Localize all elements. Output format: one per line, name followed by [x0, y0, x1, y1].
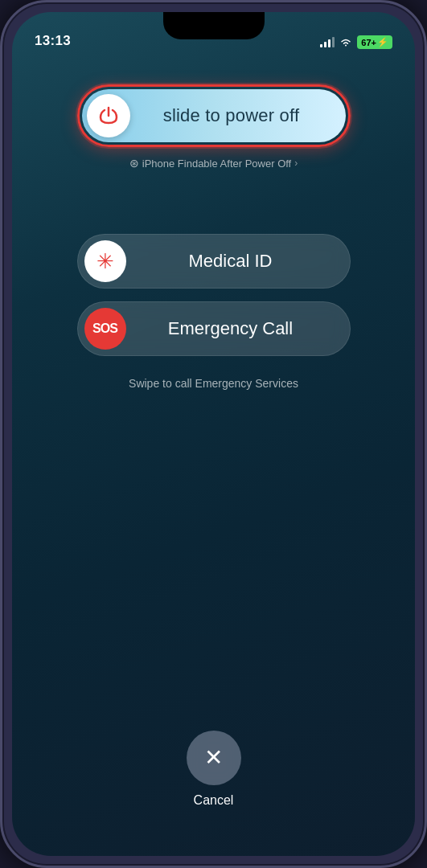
- battery-level: 67+: [361, 38, 376, 47]
- screen: 13:13 67+ ⚡: [12, 12, 415, 856]
- status-time: 13:13: [35, 33, 71, 49]
- swipe-hint: Swipe to call Emergency Services: [77, 377, 351, 390]
- status-icons: 67+ ⚡: [320, 35, 392, 49]
- emergency-call-label: Emergency Call: [126, 318, 343, 339]
- slider-highlight: slide to power off: [77, 84, 351, 147]
- sos-icon: SOS: [84, 308, 126, 350]
- phone-frame: 13:13 67+ ⚡: [0, 0, 427, 868]
- findable-label: iPhone Findable After Power Off: [142, 158, 291, 170]
- medical-id-label: Medical ID: [126, 251, 343, 272]
- emergency-call-button[interactable]: SOS Emergency Call: [77, 301, 351, 356]
- findable-info[interactable]: ⊛ iPhone Findable After Power Off ›: [129, 157, 298, 170]
- asterisk-icon: ✳: [96, 249, 114, 274]
- power-knob: [87, 94, 130, 137]
- medical-id-icon: ✳: [84, 240, 126, 282]
- sos-text: SOS: [92, 321, 117, 336]
- cancel-label: Cancel: [194, 793, 234, 808]
- swipe-hint-text: Swipe to call Emergency Services: [129, 377, 298, 390]
- power-off-slider[interactable]: slide to power off: [82, 89, 346, 142]
- main-content: slide to power off ⊛ iPhone Findable Aft…: [12, 60, 415, 856]
- findable-icon: ⊛: [129, 157, 139, 170]
- signal-bars-icon: [320, 38, 335, 47]
- wifi-icon: [339, 37, 352, 47]
- medical-id-button[interactable]: ✳ Medical ID: [77, 234, 351, 289]
- cancel-section: ✕ Cancel: [187, 731, 241, 808]
- bolt-icon: ⚡: [377, 37, 388, 47]
- cancel-button[interactable]: ✕: [187, 731, 241, 785]
- notch: [163, 12, 265, 39]
- cancel-x-icon: ✕: [204, 747, 223, 769]
- buttons-section: ✳ Medical ID SOS Emergency Call Swipe to…: [77, 234, 351, 390]
- power-slider-wrapper: slide to power off: [77, 84, 351, 147]
- power-icon: [97, 104, 120, 127]
- chevron-right-icon: ›: [294, 158, 298, 169]
- power-off-label: slide to power off: [130, 105, 341, 126]
- battery-indicator: 67+ ⚡: [357, 35, 392, 49]
